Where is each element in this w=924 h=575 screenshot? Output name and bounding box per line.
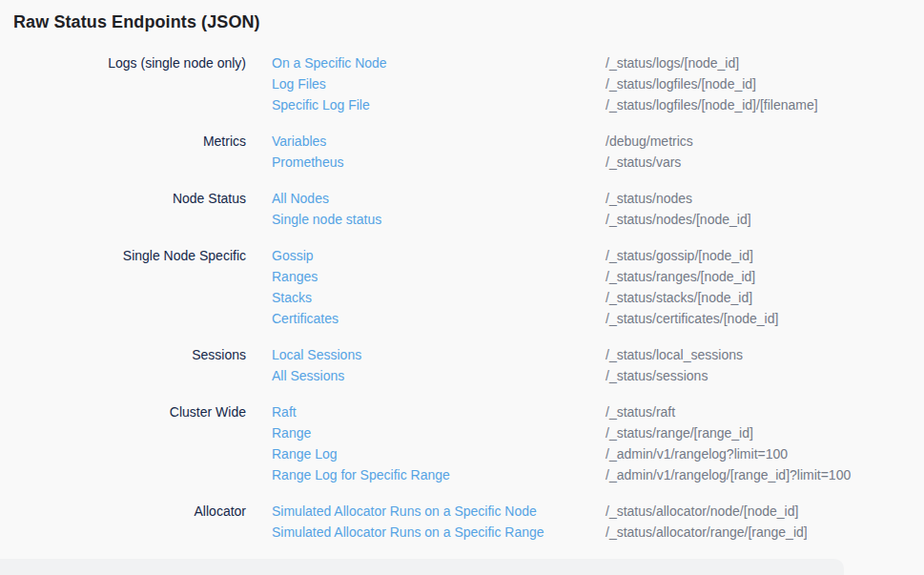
- section-rows: Simulated Allocator Runs on a Specific N…: [272, 501, 924, 543]
- section-rows: On a Specific Node /_status/logs/[node_i…: [272, 52, 924, 115]
- section-label: Logs (single node only): [13, 52, 246, 73]
- endpoint-row: Specific Log File /_status/logfiles/[nod…: [272, 94, 924, 115]
- endpoint-path: /debug/metrics: [606, 131, 924, 152]
- endpoint-section: Cluster Wide Raft /_status/raft Range /_…: [13, 401, 924, 485]
- endpoint-row: Variables /debug/metrics: [272, 131, 924, 152]
- section-rows: All Nodes /_status/nodes Single node sta…: [272, 188, 924, 230]
- endpoint-row: All Sessions /_status/sessions: [272, 365, 924, 386]
- endpoint-path: /_admin/v1/rangelog/[range_id]?limit=100: [606, 464, 924, 485]
- endpoint-path: /_status/nodes/[node_id]: [606, 209, 924, 230]
- endpoint-link[interactable]: Specific Log File: [272, 94, 606, 115]
- endpoint-path: /_status/raft: [606, 401, 924, 422]
- section-rows: Local Sessions /_status/local_sessions A…: [272, 344, 924, 386]
- endpoint-section: Metrics Variables /debug/metrics Prometh…: [13, 131, 924, 173]
- endpoint-link[interactable]: Simulated Allocator Runs on a Specific N…: [272, 501, 606, 522]
- endpoint-row: Range Log for Specific Range /_admin/v1/…: [272, 464, 924, 485]
- endpoint-row: Stacks /_status/stacks/[node_id]: [272, 287, 924, 308]
- endpoint-path: /_status/range/[range_id]: [606, 422, 924, 443]
- endpoint-section: Logs (single node only) On a Specific No…: [13, 52, 924, 115]
- endpoint-row: Range /_status/range/[range_id]: [272, 422, 924, 443]
- endpoint-link[interactable]: Log Files: [272, 73, 606, 94]
- endpoint-path: /_status/logfiles/[node_id]: [606, 73, 924, 94]
- section-label: Single Node Specific: [13, 245, 246, 266]
- endpoint-section: Node Status All Nodes /_status/nodes Sin…: [13, 188, 924, 230]
- endpoint-link[interactable]: Ranges: [272, 266, 606, 287]
- endpoint-path: /_status/gossip/[node_id]: [606, 245, 924, 266]
- section-label: Cluster Wide: [13, 401, 246, 422]
- endpoint-section: Allocator Simulated Allocator Runs on a …: [13, 501, 924, 543]
- endpoint-row: Simulated Allocator Runs on a Specific N…: [272, 501, 924, 522]
- endpoint-path: /_status/allocator/node/[node_id]: [606, 501, 924, 522]
- endpoint-row: On a Specific Node /_status/logs/[node_i…: [272, 52, 924, 73]
- endpoint-link[interactable]: Range Log: [272, 443, 606, 464]
- section-rows: Variables /debug/metrics Prometheus /_st…: [272, 131, 924, 173]
- endpoint-row: Prometheus /_status/vars: [272, 152, 924, 173]
- endpoint-path: /_status/local_sessions: [606, 344, 924, 365]
- endpoint-row: Certificates /_status/certificates/[node…: [272, 308, 924, 329]
- endpoint-link[interactable]: Gossip: [272, 245, 606, 266]
- endpoint-link[interactable]: Local Sessions: [272, 344, 606, 365]
- endpoint-path: /_admin/v1/rangelog?limit=100: [606, 443, 924, 464]
- endpoint-path: /_status/stacks/[node_id]: [606, 287, 924, 308]
- endpoint-row: Range Log /_admin/v1/rangelog?limit=100: [272, 443, 924, 464]
- endpoint-link[interactable]: Single node status: [272, 209, 606, 230]
- section-rows: Gossip /_status/gossip/[node_id] Ranges …: [272, 245, 924, 329]
- endpoint-link[interactable]: Range: [272, 422, 606, 443]
- endpoint-link[interactable]: Raft: [272, 401, 606, 422]
- endpoint-link[interactable]: All Sessions: [272, 365, 606, 386]
- endpoint-link[interactable]: All Nodes: [272, 188, 606, 209]
- endpoint-row: Single node status /_status/nodes/[node_…: [272, 209, 924, 230]
- section-label: Allocator: [13, 501, 246, 522]
- endpoint-row: Local Sessions /_status/local_sessions: [272, 344, 924, 365]
- section-rows: Raft /_status/raft Range /_status/range/…: [272, 401, 924, 485]
- section-label: Sessions: [13, 344, 246, 365]
- endpoint-link[interactable]: On a Specific Node: [272, 52, 606, 73]
- endpoint-link[interactable]: Prometheus: [272, 152, 606, 173]
- endpoint-row: Log Files /_status/logfiles/[node_id]: [272, 73, 924, 94]
- endpoint-link[interactable]: Simulated Allocator Runs on a Specific R…: [272, 522, 606, 543]
- endpoint-link[interactable]: Range Log for Specific Range: [272, 464, 606, 485]
- endpoint-path: /_status/vars: [606, 152, 924, 173]
- page-title: Raw Status Endpoints (JSON): [0, 0, 924, 33]
- endpoint-path: /_status/certificates/[node_id]: [606, 308, 924, 329]
- debug-page: Raw Status Endpoints (JSON) Logs (single…: [0, 0, 924, 575]
- endpoint-row: Simulated Allocator Runs on a Specific R…: [272, 522, 924, 543]
- endpoint-path: /_status/nodes: [606, 188, 924, 209]
- endpoint-path: /_status/logfiles/[node_id]/[filename]: [606, 94, 924, 115]
- endpoint-link[interactable]: Variables: [272, 131, 606, 152]
- endpoint-link[interactable]: Stacks: [272, 287, 606, 308]
- endpoint-section: Single Node Specific Gossip /_status/gos…: [13, 245, 924, 329]
- endpoint-link[interactable]: Certificates: [272, 308, 606, 329]
- endpoint-section: Sessions Local Sessions /_status/local_s…: [13, 344, 924, 386]
- section-label: Node Status: [13, 188, 246, 209]
- endpoint-row: Raft /_status/raft: [272, 401, 924, 422]
- section-label: Metrics: [13, 131, 246, 152]
- endpoint-path: /_status/ranges/[node_id]: [606, 266, 924, 287]
- endpoint-path: /_status/logs/[node_id]: [606, 52, 924, 73]
- endpoint-path: /_status/allocator/range/[range_id]: [606, 522, 924, 543]
- footer-strip: [0, 559, 844, 575]
- endpoint-row: Gossip /_status/gossip/[node_id]: [272, 245, 924, 266]
- endpoint-sections: Logs (single node only) On a Specific No…: [0, 52, 924, 543]
- endpoint-path: /_status/sessions: [606, 365, 924, 386]
- endpoint-row: All Nodes /_status/nodes: [272, 188, 924, 209]
- endpoint-row: Ranges /_status/ranges/[node_id]: [272, 266, 924, 287]
